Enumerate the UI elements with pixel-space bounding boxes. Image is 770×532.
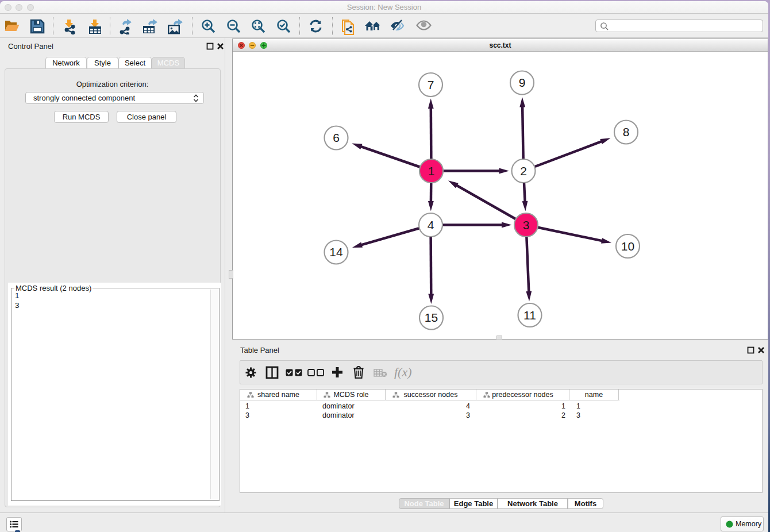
svg-text:7: 7 <box>428 78 434 91</box>
svg-text:15: 15 <box>425 311 438 324</box>
svg-text:10: 10 <box>621 240 634 253</box>
svg-text:2: 2 <box>520 164 527 178</box>
svg-text:4: 4 <box>428 218 434 232</box>
svg-text:9: 9 <box>519 76 526 89</box>
svg-text:6: 6 <box>333 131 340 144</box>
svg-text:3: 3 <box>523 218 530 232</box>
svg-text:8: 8 <box>623 125 630 138</box>
svg-text:14: 14 <box>329 245 343 259</box>
svg-text:1: 1 <box>428 164 435 178</box>
svg-text:11: 11 <box>523 309 536 322</box>
